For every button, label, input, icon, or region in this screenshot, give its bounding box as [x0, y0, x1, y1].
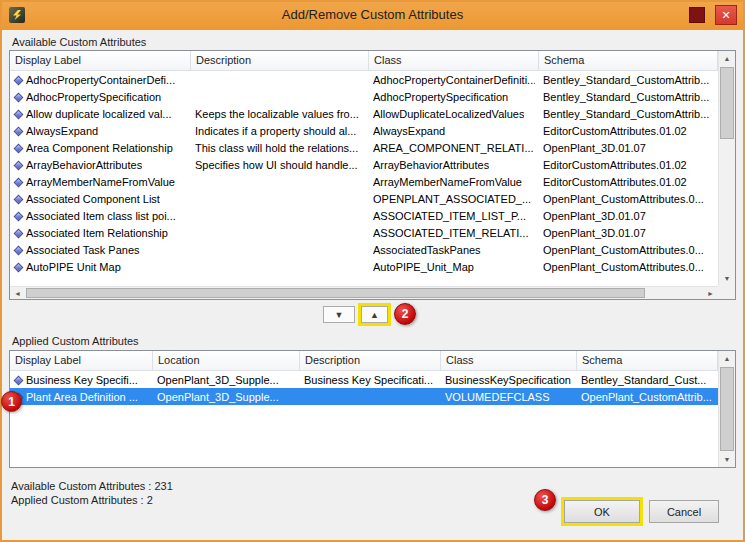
close-button[interactable]: ✕: [715, 5, 737, 25]
cell-text: Associated Item Relationship: [26, 227, 168, 239]
available-section-label: Available Custom Attributes: [12, 36, 146, 48]
cell-text: BusinessKeySpecification: [445, 374, 571, 386]
scroll-up-icon[interactable]: ▲: [719, 351, 735, 366]
column-header[interactable]: Schema: [577, 351, 718, 370]
scroll-down-icon[interactable]: ▼: [719, 271, 735, 286]
column-header[interactable]: Display Label: [10, 351, 153, 370]
applied-table-header: Display Label Location Description Class…: [10, 351, 718, 371]
cell-text: OpenPlant_3D_Supple...: [157, 391, 279, 403]
attribute-diamond-icon: [14, 211, 24, 221]
table-row[interactable]: AlwaysExpandIndicates if a property shou…: [10, 122, 718, 139]
scroll-left-icon[interactable]: ◄: [10, 287, 25, 300]
column-header[interactable]: Class: [369, 51, 539, 70]
cell-text: OpenPlant_3D_Supple...: [157, 374, 279, 386]
scrollbar-thumb[interactable]: [26, 288, 645, 298]
down-arrow-icon: ▼: [335, 310, 344, 320]
cell-text: Associated Component List: [26, 193, 160, 205]
cancel-button[interactable]: Cancel: [649, 500, 719, 523]
cell-text: OpenPlant_CustomAttributes.0...: [543, 244, 704, 256]
attribute-diamond-icon: [14, 228, 24, 238]
cell-text: AlwaysExpand: [373, 125, 445, 137]
column-header[interactable]: Schema: [539, 51, 718, 70]
horizontal-scrollbar[interactable]: ◄ ►: [10, 286, 718, 299]
table-row[interactable]: AutoPIPE Unit MapAutoPIPE_Unit_MapOpenPl…: [10, 258, 718, 275]
annotation-badge-1: 1: [1, 391, 22, 412]
cell-text: OpenPlant_CustomAttrib...: [581, 391, 712, 403]
scrollbar-thumb[interactable]: [720, 67, 734, 139]
titlebar-extra-button[interactable]: [689, 7, 705, 23]
column-header[interactable]: Class: [441, 351, 577, 370]
table-row[interactable]: Business Key Specifi...OpenPlant_3D_Supp…: [10, 371, 718, 388]
cell-text: AutoPIPE Unit Map: [26, 261, 121, 273]
available-table-header: Display Label Description Class Schema: [10, 51, 718, 71]
attribute-diamond-icon: [14, 245, 24, 255]
cell-text: Specifies how UI should handle...: [195, 159, 358, 171]
vertical-scrollbar[interactable]: ▲ ▼: [718, 51, 735, 286]
attribute-diamond-icon: [14, 109, 24, 119]
cell-text: AdhocPropertyContainerDefiniti...: [373, 74, 535, 86]
table-row[interactable]: Associated Task PanesAssociatedTaskPanes…: [10, 241, 718, 258]
cell-text: OPENPLANT_ASSOCIATED_...: [373, 193, 531, 205]
attribute-diamond-icon: [14, 126, 24, 136]
cell-text: This class will hold the relations...: [195, 142, 358, 154]
cell-text: Bentley_Standard_CustomAttrib...: [543, 74, 709, 86]
available-table-body: AdhocPropertyContainerDefi...AdhocProper…: [10, 71, 718, 275]
cell-text: Keeps the localizable values fro...: [195, 108, 359, 120]
applied-count-label: Applied Custom Attributes : 2: [11, 494, 153, 506]
cell-text: AdhocPropertyContainerDefi...: [26, 74, 175, 86]
scrollbar-corner: [718, 286, 735, 299]
move-down-button[interactable]: ▼: [323, 306, 355, 323]
cell-text: ASSOCIATED_ITEM_LIST_P...: [373, 210, 526, 222]
scroll-right-icon[interactable]: ►: [703, 287, 718, 300]
cell-text: Business Key Specificati...: [304, 374, 433, 386]
cell-text: Associated Item class list poi...: [26, 210, 176, 222]
cell-text: ArrayBehaviorAttributes: [26, 159, 142, 171]
column-header[interactable]: Display Label: [10, 51, 191, 70]
table-row[interactable]: Associated Component ListOPENPLANT_ASSOC…: [10, 190, 718, 207]
scroll-down-icon[interactable]: ▼: [719, 452, 735, 467]
cell-text: Area Component Relationship: [26, 142, 173, 154]
attribute-diamond-icon: [14, 194, 24, 204]
cell-text: AssociatedTaskPanes: [373, 244, 481, 256]
cell-text: Allow duplicate localized val...: [26, 108, 172, 120]
window-title: Add/Remove Custom Attributes: [0, 0, 745, 30]
ok-button[interactable]: OK: [564, 500, 640, 523]
column-header[interactable]: Description: [191, 51, 369, 70]
cell-text: AutoPIPE_Unit_Map: [373, 261, 474, 273]
table-row[interactable]: ArrayMemberNameFromValueArrayMemberNameF…: [10, 173, 718, 190]
cell-text: OpenPlant_CustomAttributes.0...: [543, 193, 704, 205]
cell-text: OpenPlant_3D.01.07: [543, 227, 646, 239]
table-row[interactable]: AdhocPropertyContainerDefi...AdhocProper…: [10, 71, 718, 88]
annotation-badge-2: 2: [394, 303, 416, 325]
table-row[interactable]: Area Component RelationshipThis class wi…: [10, 139, 718, 156]
attribute-diamond-icon: [14, 177, 24, 187]
cell-text: Plant Area Definition ...: [26, 391, 138, 403]
attribute-diamond-icon: [14, 75, 24, 85]
available-attributes-table: Display Label Description Class Schema A…: [9, 50, 736, 300]
table-row[interactable]: Plant Area Definition ...OpenPlant_3D_Su…: [10, 388, 718, 405]
titlebar: Add/Remove Custom Attributes ✕: [0, 0, 745, 30]
cell-text: OpenPlant_3D.01.07: [543, 210, 646, 222]
attribute-diamond-icon: [14, 160, 24, 170]
scroll-up-icon[interactable]: ▲: [719, 51, 735, 66]
table-row[interactable]: Associated Item class list poi...ASSOCIA…: [10, 207, 718, 224]
cell-text: Bentley_Standard_CustomAttrib...: [543, 91, 709, 103]
cell-text: Bentley_Standard_Cust...: [581, 374, 706, 386]
cell-text: EditorCustomAttributes.01.02: [543, 159, 687, 171]
vertical-scrollbar[interactable]: ▲ ▼: [718, 351, 735, 467]
table-row[interactable]: Allow duplicate localized val...Keeps th…: [10, 105, 718, 122]
cell-text: Indicates if a property should al...: [195, 125, 356, 137]
table-row[interactable]: ArrayBehaviorAttributesSpecifies how UI …: [10, 156, 718, 173]
close-icon: ✕: [721, 9, 730, 22]
table-row[interactable]: AdhocPropertySpecificationAdhocPropertyS…: [10, 88, 718, 105]
cell-text: EditorCustomAttributes.01.02: [543, 176, 687, 188]
scrollbar-thumb[interactable]: [720, 367, 734, 451]
attribute-diamond-icon: [14, 262, 24, 272]
table-row[interactable]: Associated Item RelationshipASSOCIATED_I…: [10, 224, 718, 241]
cell-text: Associated Task Panes: [26, 244, 140, 256]
column-header[interactable]: Description: [300, 351, 441, 370]
cell-text: AREA_COMPONENT_RELATI...: [373, 142, 534, 154]
cell-text: OpenPlant_3D.01.07: [543, 142, 646, 154]
move-up-button[interactable]: ▲: [361, 306, 388, 323]
column-header[interactable]: Location: [153, 351, 300, 370]
